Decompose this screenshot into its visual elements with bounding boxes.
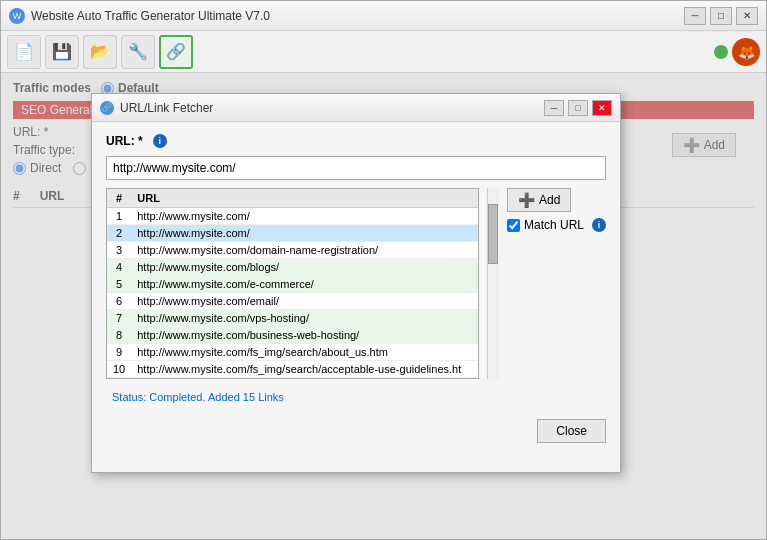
window-title: Website Auto Traffic Generator Ultimate … bbox=[31, 9, 678, 23]
row-num: 8 bbox=[107, 327, 131, 344]
row-num: 10 bbox=[107, 361, 131, 378]
table-header-row: # URL bbox=[107, 189, 478, 208]
link-tool-button[interactable]: 🔗 bbox=[159, 35, 193, 69]
add-btn-icon: ➕ bbox=[518, 192, 535, 208]
main-content: Traffic modes Default SEO General T URL:… bbox=[1, 73, 766, 539]
row-url: http://www.mysite.com/e-commerce/ bbox=[131, 276, 478, 293]
wrench-tool-button[interactable]: 🔧 bbox=[121, 35, 155, 69]
table-row[interactable]: 2http://www.mysite.com/ bbox=[107, 225, 478, 242]
url-link-fetcher-dialog: 🔗 URL/Link Fetcher ─ □ ✕ URL: * i bbox=[91, 93, 621, 473]
url-input[interactable] bbox=[106, 156, 606, 180]
table-row[interactable]: 4http://www.mysite.com/blogs/ bbox=[107, 259, 478, 276]
table-row[interactable]: 9http://www.mysite.com/fs_img/search/abo… bbox=[107, 344, 478, 361]
col-num: # bbox=[107, 189, 131, 208]
row-num: 6 bbox=[107, 293, 131, 310]
row-url: http://www.mysite.com/fs_img/search/abou… bbox=[131, 344, 478, 361]
row-url: http://www.mysite.com/vps-hosting/ bbox=[131, 310, 478, 327]
dialog-title: URL/Link Fetcher bbox=[120, 101, 538, 115]
toolbar: 📄 💾 📂 🔧 🔗 🦊 bbox=[1, 31, 766, 73]
close-button[interactable]: ✕ bbox=[736, 7, 758, 25]
row-num: 9 bbox=[107, 344, 131, 361]
user-avatar: 🦊 bbox=[732, 38, 760, 66]
row-url: http://www.mysite.com/blogs/ bbox=[131, 259, 478, 276]
row-num: 2 bbox=[107, 225, 131, 242]
close-dialog-button[interactable]: Close bbox=[537, 419, 606, 443]
url-field-row: URL: * i bbox=[106, 134, 606, 148]
row-url: http://www.mysite.com/ bbox=[131, 208, 478, 225]
row-num: 5 bbox=[107, 276, 131, 293]
url-info-icon: i bbox=[153, 134, 167, 148]
dialog-footer: Close bbox=[92, 419, 620, 453]
url-table: # URL 1http://www.mysite.com/2http://www… bbox=[107, 189, 478, 378]
url-field-label: URL: * bbox=[106, 134, 143, 148]
url-table-container: # URL 1http://www.mysite.com/2http://www… bbox=[106, 188, 606, 379]
table-row[interactable]: 7http://www.mysite.com/vps-hosting/ bbox=[107, 310, 478, 327]
table-row[interactable]: 1http://www.mysite.com/ bbox=[107, 208, 478, 225]
row-url: http://www.mysite.com/ bbox=[131, 225, 478, 242]
dialog-maximize-button[interactable]: □ bbox=[568, 100, 588, 116]
dialog-close-button[interactable]: ✕ bbox=[592, 100, 612, 116]
dialog-icon: 🔗 bbox=[100, 101, 114, 115]
table-row[interactable]: 5http://www.mysite.com/e-commerce/ bbox=[107, 276, 478, 293]
row-num: 4 bbox=[107, 259, 131, 276]
status-indicator bbox=[714, 45, 728, 59]
row-num: 3 bbox=[107, 242, 131, 259]
match-url-label: Match URL bbox=[524, 218, 584, 232]
row-url: http://www.mysite.com/email/ bbox=[131, 293, 478, 310]
dialog-body: URL: * i # URL bbox=[92, 122, 620, 419]
row-url: http://www.mysite.com/business-web-hosti… bbox=[131, 327, 478, 344]
maximize-button[interactable]: □ bbox=[710, 7, 732, 25]
title-bar-controls: ─ □ ✕ bbox=[684, 7, 758, 25]
match-url-row: Match URL i bbox=[507, 218, 606, 232]
status-text: Status: Completed. Added 15 Links bbox=[112, 391, 284, 403]
match-url-checkbox[interactable] bbox=[507, 219, 520, 232]
side-controls: ➕ Add Match URL i bbox=[507, 188, 606, 379]
row-url: http://www.mysite.com/fs_img/search/acce… bbox=[131, 361, 478, 378]
dialog-add-label: Add bbox=[539, 193, 560, 207]
url-table-wrapper: # URL 1http://www.mysite.com/2http://www… bbox=[106, 188, 479, 379]
app-icon: W bbox=[9, 8, 25, 24]
row-num: 1 bbox=[107, 208, 131, 225]
open-tool-button[interactable]: 📂 bbox=[83, 35, 117, 69]
table-row[interactable]: 6http://www.mysite.com/email/ bbox=[107, 293, 478, 310]
dialog-add-button[interactable]: ➕ Add bbox=[507, 188, 571, 212]
row-num: 7 bbox=[107, 310, 131, 327]
url-input-row bbox=[106, 156, 606, 180]
table-row[interactable]: 8http://www.mysite.com/business-web-host… bbox=[107, 327, 478, 344]
status-bar: Status: Completed. Added 15 Links bbox=[106, 387, 606, 407]
table-row[interactable]: 3http://www.mysite.com/domain-name-regis… bbox=[107, 242, 478, 259]
dialog-overlay: 🔗 URL/Link Fetcher ─ □ ✕ URL: * i bbox=[1, 73, 766, 539]
new-tool-button[interactable]: 📄 bbox=[7, 35, 41, 69]
dialog-title-bar: 🔗 URL/Link Fetcher ─ □ ✕ bbox=[92, 94, 620, 122]
table-row[interactable]: 10http://www.mysite.com/fs_img/search/ac… bbox=[107, 361, 478, 378]
match-url-info-icon: i bbox=[592, 218, 606, 232]
dialog-title-controls: ─ □ ✕ bbox=[544, 100, 612, 116]
title-bar: W Website Auto Traffic Generator Ultimat… bbox=[1, 1, 766, 31]
col-url: URL bbox=[131, 189, 478, 208]
save-tool-button[interactable]: 💾 bbox=[45, 35, 79, 69]
table-scrollbar[interactable] bbox=[487, 188, 499, 379]
main-window: W Website Auto Traffic Generator Ultimat… bbox=[0, 0, 767, 540]
scroll-thumb[interactable] bbox=[488, 204, 498, 264]
row-url: http://www.mysite.com/domain-name-regist… bbox=[131, 242, 478, 259]
url-table-body: 1http://www.mysite.com/2http://www.mysit… bbox=[107, 208, 478, 378]
minimize-button[interactable]: ─ bbox=[684, 7, 706, 25]
dialog-minimize-button[interactable]: ─ bbox=[544, 100, 564, 116]
